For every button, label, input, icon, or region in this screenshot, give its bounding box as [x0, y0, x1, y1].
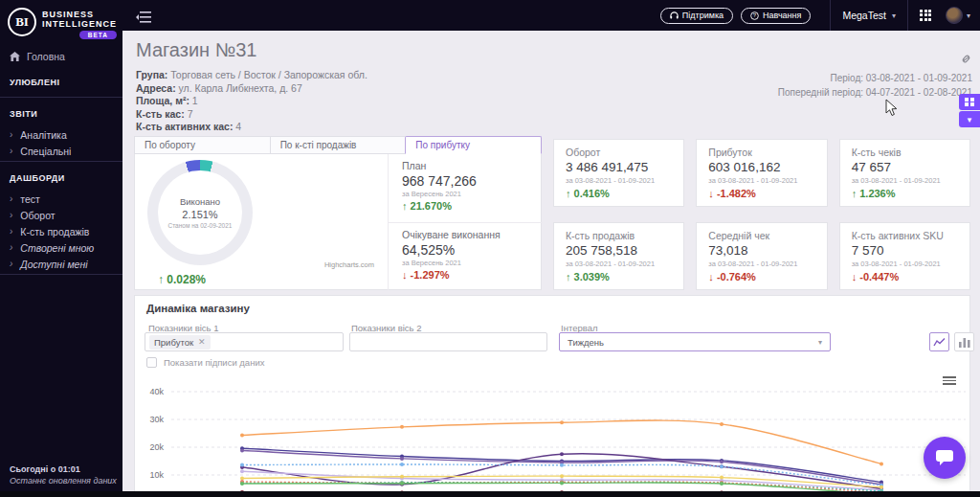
user-avatar[interactable]	[946, 7, 963, 24]
dashboard-icon	[965, 98, 974, 106]
chevron-down-icon: ▾	[968, 115, 972, 124]
kpi-card-profit: Прибуток 603 016,162 за 03-08-2021 - 01-…	[696, 139, 827, 207]
tab-by-profit[interactable]: По прибутку	[405, 136, 542, 154]
bottom-strip	[0, 491, 980, 497]
support-label: Підтримка	[682, 11, 724, 20]
svg-text:30k: 30k	[149, 415, 164, 424]
sidebar-item-special[interactable]: › Спеціальні	[0, 143, 122, 159]
divider	[0, 97, 122, 98]
dynamics-chart: 40k30k20k10k	[135, 373, 969, 497]
svg-text:10k: 10k	[149, 470, 164, 480]
collapse-sidebar-icon	[136, 11, 151, 23]
line-chart-icon	[933, 337, 946, 348]
home-icon	[10, 52, 20, 61]
plan-delta: ↑ 21.670%	[402, 200, 529, 212]
chevron-down-icon: ▾	[892, 11, 896, 20]
detail-row: К-сть активних кас: 4	[136, 121, 368, 134]
prev-period-text: Попередній період: 04-07-2021 - 02-08-20…	[778, 86, 972, 101]
topbar: Підтримка ? Навчання MegaTest ▾ ▾	[122, 0, 980, 31]
plan-tabs: По обороту По к-сті продажів По прибутку	[134, 136, 542, 154]
sidebar-section-favorites: УЛЮБЛЕНІ	[0, 68, 122, 95]
flyout-collapse-button[interactable]: ▾	[959, 111, 980, 127]
completion-donut-chart: Виконано 2.151% Станом на 02-09-2021	[147, 160, 253, 265]
expected-block: Очікуване виконання 64,525% за Вересень …	[389, 222, 543, 290]
gauge-section: Виконано 2.151% Станом на 02-09-2021 Hig…	[135, 154, 389, 290]
apps-grid-button[interactable]	[920, 10, 932, 22]
show-data-labels-label: Показати підписи даних	[164, 357, 264, 368]
detail-row: Площа, м²: 1	[136, 95, 368, 108]
show-data-labels-row: Показати підписи даних	[146, 357, 264, 368]
dynamics-title: Динаміка магазину	[146, 303, 250, 314]
store-details: Група: Торговая сеть / Восток / Запорожс…	[136, 69, 368, 134]
sidebar-item-home[interactable]: Головна	[0, 45, 122, 68]
sidebar-item-test[interactable]: › тест	[0, 191, 122, 207]
sidebar-item-label: Доступні мені	[20, 259, 87, 270]
chip-remove-icon[interactable]: ✕	[198, 337, 206, 347]
bar-chart-icon	[959, 337, 970, 348]
chat-bubble-icon	[935, 449, 954, 466]
chevron-right-icon: ›	[10, 210, 12, 220]
training-button[interactable]: ? Навчання	[741, 8, 811, 24]
support-button[interactable]: Підтримка	[660, 8, 733, 24]
logo-line2: INTELLIGENCE	[42, 19, 117, 29]
show-data-labels-checkbox[interactable]	[146, 357, 157, 368]
axis2-input[interactable]	[349, 332, 547, 351]
chat-fab-button[interactable]	[924, 437, 966, 479]
svg-text:20k: 20k	[149, 442, 164, 452]
chevron-down-icon: ▾	[818, 338, 822, 347]
gauge-percent: 2.151%	[182, 209, 217, 220]
expected-value: 64,525%	[402, 242, 529, 258]
chevron-right-icon: ›	[10, 242, 12, 253]
line-chart-toggle[interactable]	[929, 332, 949, 351]
interval-value: Тиждень	[568, 337, 604, 348]
divider	[907, 0, 908, 31]
sidebar-item-label: тест	[20, 193, 40, 205]
kpi-card-receipts: К-сть чеків 47 657 за 03-08-2021 - 01-09…	[839, 139, 970, 207]
sidebar-section-dashboards: ДАШБОРДИ	[0, 164, 122, 191]
sidebar-item-analytics[interactable]: › Аналітика	[0, 126, 122, 143]
collapse-sidebar-button[interactable]	[136, 10, 151, 21]
app-logo: BI BUSINESS INTELLIGENCE BETA	[0, 0, 122, 45]
detail-row: К-сть кас: 7	[136, 108, 368, 122]
tab-by-turnover[interactable]: По обороту	[134, 136, 270, 154]
axis1-chip[interactable]: Прибуток ✕	[149, 335, 211, 350]
chevron-right-icon: ›	[10, 259, 12, 269]
sidebar-item-label: К-сть продажів	[20, 226, 89, 237]
chevron-right-icon: ›	[10, 193, 12, 204]
sidebar-item-created-by-me[interactable]: › Створені мною	[0, 239, 122, 256]
kpi-card-active-sku: К-сть активних SKU 7 570 за 03-08-2021 -…	[839, 222, 970, 290]
side-flyout: ▾	[959, 94, 980, 127]
sidebar-item-label: Аналітика	[20, 129, 66, 141]
axis1-input[interactable]: Прибуток ✕	[145, 332, 344, 351]
last-update-note: Останнє оновлення даних	[10, 476, 117, 486]
chevron-right-icon: ›	[10, 129, 12, 140]
main-content: Магазин №31 Група: Торговая сеть / Восто…	[122, 31, 980, 497]
headset-icon	[670, 11, 679, 20]
expected-delta: ↓ -1.297%	[402, 269, 529, 281]
chevron-down-icon[interactable]: ▾	[967, 11, 970, 20]
account-name: MegaTest	[842, 10, 886, 21]
kpi-card-sales-count: К-сть продажів 205 758,518 за 03-08-2021…	[553, 222, 684, 290]
chevron-right-icon: ›	[10, 226, 12, 237]
bar-chart-toggle[interactable]	[954, 332, 974, 351]
detail-row: Група: Торговая сеть / Восток / Запорожс…	[136, 69, 368, 82]
sidebar-item-label: Спеціальні	[20, 146, 71, 157]
account-menu-button[interactable]: MegaTest ▾	[842, 10, 896, 21]
flyout-dashboard-button[interactable]	[959, 94, 980, 110]
sidebar-item-sales-count[interactable]: › К-сть продажів	[0, 223, 122, 239]
interval-select[interactable]: Тиждень ▾	[559, 332, 831, 351]
tab-by-sales-count[interactable]: По к-сті продажів	[270, 136, 406, 154]
plan-block: План 968 747,266 за Вересень 2021 ↑ 21.6…	[389, 154, 543, 222]
chevron-right-icon: ›	[10, 146, 12, 156]
sidebar-item-available-to-me[interactable]: › Доступні мені	[0, 256, 122, 272]
sidebar-item-label: Головна	[27, 51, 65, 62]
divider	[0, 161, 122, 162]
share-link-icon[interactable]	[960, 52, 972, 69]
sidebar-item-label: Створені мною	[20, 242, 94, 254]
bi-logo-icon: BI	[8, 8, 36, 36]
sidebar-item-turnover[interactable]: › Оборот	[0, 207, 122, 223]
divider	[0, 274, 122, 275]
sidebar-footer: Сьогодні о 01:01 Останнє оновлення даних	[10, 464, 117, 486]
sidebar-item-label: Оборот	[20, 210, 55, 221]
gauge-label: Виконано	[180, 196, 220, 207]
